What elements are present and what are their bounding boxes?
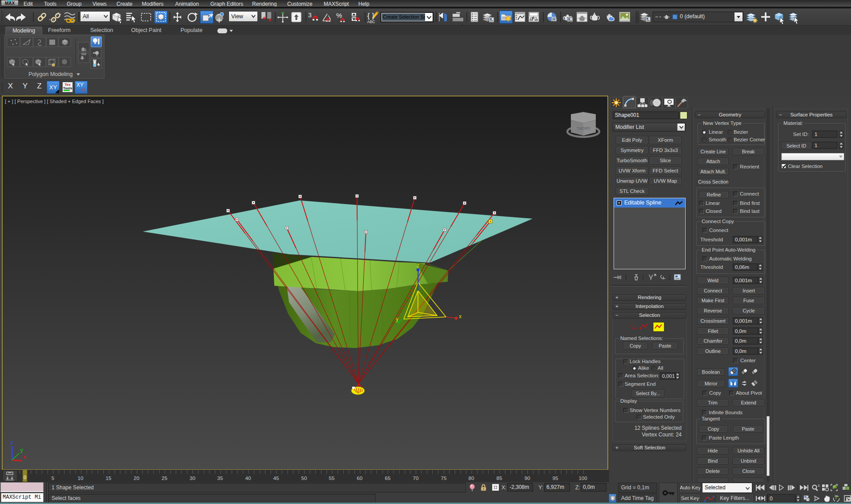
svg-text:10: 10	[78, 476, 84, 481]
svg-text:±: ±	[818, 483, 820, 488]
svg-text:y: y	[20, 447, 24, 453]
svg-text:20: 20	[134, 476, 140, 481]
svg-text:y: y	[396, 316, 398, 322]
svg-text:30: 30	[190, 476, 196, 481]
svg-text:75: 75	[441, 476, 447, 481]
svg-text:55: 55	[329, 476, 335, 481]
svg-text:85: 85	[497, 476, 502, 481]
svg-text:0: 0	[24, 475, 26, 480]
svg-text:40: 40	[245, 476, 251, 481]
svg-text:80: 80	[469, 476, 474, 481]
svg-text:15: 15	[106, 476, 112, 481]
svg-text:90: 90	[525, 476, 530, 481]
svg-text:100: 100	[578, 476, 587, 481]
svg-text:35: 35	[217, 476, 223, 481]
svg-text:FRONT: FRONT	[577, 126, 590, 131]
svg-text:ABC: ABC	[367, 20, 375, 24]
svg-text:z: z	[10, 439, 13, 446]
svg-text:%: %	[336, 12, 342, 19]
svg-text:25: 25	[162, 476, 168, 481]
svg-text:95: 95	[553, 476, 558, 481]
svg-text:70: 70	[413, 476, 419, 481]
svg-text:65: 65	[385, 476, 391, 481]
svg-text:50: 50	[301, 476, 307, 481]
svg-text:x: x	[459, 313, 462, 320]
svg-text:60: 60	[357, 476, 363, 481]
svg-text:z: z	[417, 262, 419, 268]
svg-text:5: 5	[52, 476, 54, 481]
svg-text:45: 45	[273, 476, 279, 481]
svg-text:3: 3	[308, 12, 312, 19]
svg-text:x: x	[23, 453, 27, 460]
